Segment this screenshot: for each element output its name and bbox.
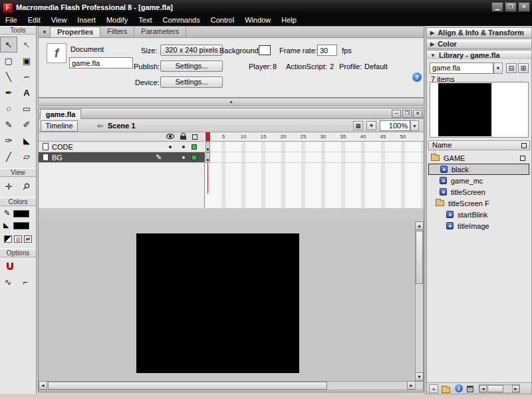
doc-minimize-button[interactable]: ─ (392, 110, 401, 118)
library-scroll-thumb[interactable] (487, 385, 503, 392)
zoom-dropdown-arrow-icon[interactable]: ▼ (410, 120, 419, 131)
scroll-up-icon[interactable]: ▲ (415, 221, 424, 230)
align-info-transform-panel-header[interactable]: ▶ Align & Info & Transform (426, 27, 532, 38)
background-color-swatch[interactable] (259, 45, 271, 55)
menu-edit[interactable]: Edit (23, 15, 46, 26)
library-select-arrow-icon[interactable]: ▼ (493, 63, 503, 74)
brush-tool-icon[interactable]: ✐ (18, 116, 35, 132)
document-name-input[interactable] (69, 57, 133, 68)
layer-lock-dot[interactable] (182, 156, 185, 159)
lasso-tool-icon[interactable]: ∽ (18, 68, 35, 84)
smooth-option-icon[interactable]: ∿ (0, 276, 16, 288)
back-to-scene-icon[interactable]: ⇦ (97, 122, 103, 130)
no-color-icon[interactable]: ⊘ (14, 235, 22, 243)
profile-value[interactable]: Default (364, 63, 388, 70)
edit-symbols-icon[interactable]: ✦ (366, 121, 376, 130)
snap-to-objects-icon[interactable] (7, 263, 13, 270)
doc-restore-button[interactable]: ❐ (402, 110, 412, 118)
library-scroll-left-icon[interactable]: ◄ (479, 385, 487, 392)
ink-bottle-tool-icon[interactable]: ✑ (0, 132, 17, 148)
publish-settings-button[interactable]: Settings... (160, 61, 223, 72)
lock-column-icon[interactable] (180, 136, 186, 140)
tab-filters[interactable]: Filters (100, 27, 134, 37)
tab-properties[interactable]: Properties (50, 27, 100, 37)
menu-commands[interactable]: Commands (157, 15, 205, 26)
minimize-button[interactable]: ▁ (491, 2, 503, 12)
oval-tool-icon[interactable]: ○ (0, 100, 17, 116)
rectangle-tool-icon[interactable]: ▭ (18, 100, 35, 116)
library-item-startblink[interactable]: startBlink (428, 209, 529, 220)
library-item-game-mc[interactable]: game_mc (428, 175, 529, 186)
library-item-titleimage[interactable]: titleImage (428, 220, 529, 231)
new-symbol-icon[interactable]: ＋ (429, 384, 438, 393)
timeline-ruler[interactable]: 5 10 15 20 25 30 35 40 45 50 (205, 132, 424, 142)
menu-help[interactable]: Help (276, 15, 302, 26)
stage-horizontal-scrollbar[interactable]: ◄ ► (39, 381, 416, 390)
document-tab[interactable]: game.fla (40, 109, 81, 119)
playhead-marker[interactable] (205, 132, 210, 141)
library-name-column-header[interactable]: Name (428, 140, 530, 150)
library-scroll-right-icon[interactable]: ► (512, 385, 519, 392)
close-button[interactable]: ✕ (518, 2, 530, 12)
menu-view[interactable]: View (46, 15, 72, 26)
new-folder-icon[interactable] (442, 387, 450, 393)
menu-window[interactable]: Window (239, 15, 276, 26)
panel-collapse-arrow-icon[interactable]: ▼ (42, 29, 47, 35)
black-white-colors-icon[interactable] (4, 235, 12, 243)
tab-parameters[interactable]: Parameters (134, 27, 186, 37)
outline-column-icon[interactable] (192, 134, 198, 140)
item-properties-icon[interactable]: i (455, 384, 463, 392)
properties-collapse-grip[interactable]: ▲ (38, 98, 424, 106)
library-item-titlescreen-folder[interactable]: titleScreen F (428, 198, 529, 209)
pen-tool-icon[interactable]: ✒ (0, 84, 17, 100)
gradient-transform-tool-icon[interactable]: ▣ (18, 53, 35, 68)
layer-outline-color[interactable] (192, 144, 197, 150)
color-panel-header[interactable]: ▶ Color (426, 39, 532, 49)
layer-outline-color[interactable] (192, 155, 197, 160)
help-icon[interactable]: ? (412, 72, 422, 82)
fill-color-swatch[interactable] (13, 222, 29, 229)
menu-file[interactable]: File (0, 15, 23, 26)
menu-text[interactable]: Text (133, 15, 157, 26)
free-transform-tool-icon[interactable]: ▢ (0, 53, 17, 68)
paint-bucket-tool-icon[interactable]: ◣ (18, 132, 35, 148)
frames-grid[interactable]: 5 10 15 20 25 30 35 40 45 50 (205, 132, 424, 208)
device-settings-button[interactable]: Settings... (160, 76, 223, 88)
stroke-color-swatch[interactable] (13, 210, 29, 217)
straighten-option-icon[interactable]: ⌐ (17, 276, 33, 288)
library-horizontal-scrollbar[interactable]: ◄ ► (479, 384, 520, 393)
stage-canvas[interactable] (136, 233, 299, 373)
eyedropper-tool-icon[interactable]: ╱ (0, 148, 17, 164)
doc-close-button[interactable]: ✕ (413, 110, 422, 118)
pin-library-icon[interactable]: ⊟ (506, 63, 517, 73)
vertical-scroll-thumb[interactable] (416, 231, 423, 284)
scroll-down-icon[interactable]: ▼ (415, 372, 424, 381)
zoom-level-value[interactable]: 100% (380, 120, 410, 131)
menu-control[interactable]: Control (205, 15, 239, 26)
horizontal-scroll-thumb[interactable] (48, 382, 327, 390)
library-document-select[interactable]: game.fla (430, 63, 493, 74)
size-button[interactable]: 320 x 240 pixels (160, 45, 223, 56)
library-item-game-folder[interactable]: GAME (428, 152, 529, 164)
menu-insert[interactable]: Insert (72, 15, 101, 26)
library-item-titlescreen[interactable]: titleScreen (428, 186, 529, 198)
menu-modify[interactable]: Modify (101, 15, 133, 26)
timeline-toggle-tab[interactable]: Timeline (41, 120, 78, 132)
frame-rate-input[interactable] (317, 45, 337, 56)
layer-row-bg[interactable]: BG ✎ (39, 152, 205, 163)
eraser-tool-icon[interactable]: ▱ (18, 148, 35, 164)
new-library-window-icon[interactable]: ⊞ (518, 63, 529, 73)
stage-pasteboard[interactable] (39, 221, 415, 381)
show-hide-column-icon[interactable] (166, 134, 174, 139)
swap-colors-icon[interactable]: ⇄ (24, 235, 32, 243)
selection-tool-icon[interactable]: ↖ (0, 37, 17, 53)
subselection-tool-icon[interactable]: ↖ (18, 37, 35, 53)
text-tool-icon[interactable]: A (18, 84, 35, 100)
pencil-tool-icon[interactable]: ✎ (0, 116, 17, 132)
keyframe-bg-frame1[interactable] (205, 152, 210, 163)
scroll-left-icon[interactable]: ◄ (39, 381, 47, 390)
edit-scene-icon[interactable]: ▦ (353, 121, 363, 130)
stage-vertical-scrollbar[interactable]: ▲ ▼ (415, 221, 424, 381)
layer-visible-dot[interactable] (169, 146, 172, 148)
layer-lock-dot[interactable] (182, 146, 185, 148)
